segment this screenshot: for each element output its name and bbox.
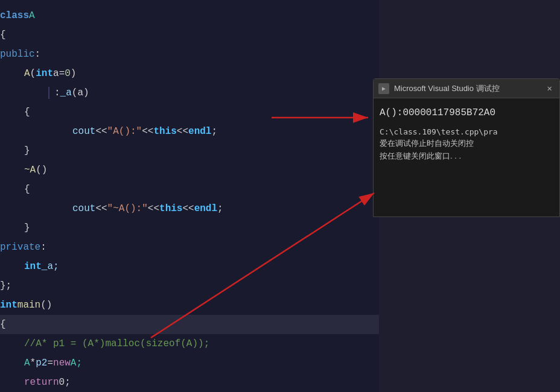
code-line-4: A(int a = 0) bbox=[0, 64, 379, 83]
console-body: A():00000117985B72A0 C:\class.109\test.c… bbox=[374, 98, 559, 217]
code-line-9: ~A() bbox=[0, 160, 379, 180]
code-line-19: A* p2 = new A; bbox=[0, 353, 379, 373]
code-line-14: int _a; bbox=[0, 257, 379, 276]
code-line-18: //A* p1 = (A*)malloc(sizeof(A)); bbox=[0, 334, 379, 353]
code-line-8: } bbox=[0, 141, 379, 160]
code-line-2: { bbox=[0, 25, 379, 45]
code-line-17: { bbox=[0, 315, 379, 334]
console-window: ▶ Microsoft Visual Studio 调试控 ✕ A():0000… bbox=[373, 78, 560, 217]
console-app-icon: ▶ bbox=[378, 83, 389, 94]
console-output-addr: A():00000117985B72A0 bbox=[380, 106, 553, 121]
indent-bar bbox=[48, 87, 49, 99]
code-line-6: { bbox=[0, 103, 379, 122]
console-titlebar: ▶ Microsoft Visual Studio 调试控 ✕ bbox=[374, 79, 559, 98]
code-line-15: }; bbox=[0, 276, 379, 296]
code-line-12: } bbox=[0, 218, 379, 238]
code-line-20: return 0; bbox=[0, 373, 379, 392]
code-line-11: cout << "~A():" << this << endl; bbox=[0, 199, 379, 218]
code-line-13: private: bbox=[0, 238, 379, 257]
console-chinese-line2: 按任意键关闭此窗口. . . bbox=[380, 150, 553, 163]
code-line-1: class A bbox=[0, 6, 379, 25]
console-output-path: C:\class.109\test.cpp\pra bbox=[380, 126, 553, 138]
console-chinese-line1: 爱在调试停止时自动关闭控 bbox=[380, 138, 553, 150]
code-line-5: : _a(a) bbox=[0, 83, 379, 103]
keyword-class: class bbox=[0, 10, 29, 21]
code-editor: class A { public: A(int a = 0) : _a(a) {… bbox=[0, 0, 379, 392]
code-line-16: int main() bbox=[0, 296, 379, 315]
code-line-7: cout << "A():" << this << endl; bbox=[0, 122, 379, 141]
console-title: Microsoft Visual Studio 调试控 bbox=[394, 83, 545, 94]
console-close-button[interactable]: ✕ bbox=[545, 83, 555, 93]
code-line-10: { bbox=[0, 180, 379, 199]
code-line-3: public: bbox=[0, 45, 379, 64]
